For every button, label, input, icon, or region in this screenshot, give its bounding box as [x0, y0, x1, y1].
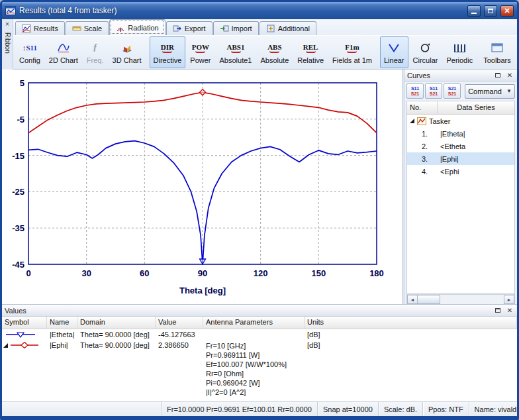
curves-tool-button-3[interactable]: S21 S21: [444, 83, 461, 99]
s-params-icon: ↕S11: [23, 44, 37, 52]
svg-text:90: 90: [198, 268, 207, 278]
values-row-etheta[interactable]: |Etheta| Theta= 90.0000 [deg] -45.127663…: [2, 329, 517, 340]
series-value: -45.127663: [156, 329, 203, 340]
column-header-symbol[interactable]: Symbol: [2, 317, 47, 329]
radiation-chart[interactable]: 03060901201501805-5-15-25-35-45Theta [de…: [2, 70, 402, 304]
svg-text:60: 60: [140, 268, 149, 278]
absolute-icon: ABS: [267, 43, 281, 51]
tab-label: Additional: [278, 25, 310, 32]
tab-import[interactable]: Import: [213, 21, 259, 35]
scrollbar-thumb[interactable]: [418, 295, 440, 304]
series-label: |Etheta|: [440, 130, 465, 138]
tab-scale[interactable]: Scale: [66, 21, 109, 35]
titlebar[interactable]: Results (total 4 from tasker) ✕: [2, 2, 517, 19]
red-arc-icon: [162, 51, 172, 53]
tab-label: Results: [34, 25, 58, 32]
ribbon-button-power[interactable]: POW Power: [186, 36, 214, 68]
close-button[interactable]: ✕: [500, 5, 514, 17]
tab-label: Export: [185, 25, 206, 32]
values-row-ephi[interactable]: |Ephi| Theta= 90.0000 [deg] 2.386650 Fr=…: [2, 340, 517, 398]
s21-icon: S21: [448, 86, 456, 91]
etheta-line-symbol: [3, 331, 38, 339]
series-row-ephi-phase[interactable]: 4. <Ephi: [407, 165, 514, 178]
ribbon-button-fields-at-1m[interactable]: F1m Fields at 1m: [328, 36, 376, 68]
svg-text:0: 0: [26, 268, 30, 278]
values-panel: Values ✕ Symbol Name Domain Value Antenn…: [2, 304, 517, 401]
ribbon-button-2d-chart[interactable]: 2D Chart: [45, 36, 82, 68]
ribbon-button-config[interactable]: ↕S11 Config: [15, 36, 44, 68]
horizontal-scrollbar[interactable]: ◄ ►: [406, 294, 515, 304]
import-icon: [220, 24, 229, 33]
ribbon-button-periodic[interactable]: Periodic: [442, 36, 477, 68]
ribbon-toolbar: ↕S11 Config 2D Chart ƒ Freq. 3D Chart: [13, 35, 517, 70]
restore-button[interactable]: [484, 5, 497, 17]
data-series-table: No. Data Series Tasker 1. |Etheta| 2. <E…: [406, 101, 515, 294]
status-message: [2, 402, 161, 416]
curves-tool-button-2[interactable]: S11 S21: [425, 83, 442, 99]
expand-indicator-icon[interactable]: [410, 119, 414, 123]
tree-item-tasker[interactable]: Tasker: [407, 115, 514, 127]
series-row-ephi-mag[interactable]: 3. |Ephi|: [407, 152, 514, 165]
column-header-no[interactable]: No.: [407, 101, 438, 114]
series-row-etheta-mag[interactable]: 1. |Etheta|: [407, 127, 514, 140]
app-icon: [5, 6, 16, 15]
float-panel-button[interactable]: [493, 71, 502, 79]
status-name: Name: vivaldi: [469, 402, 519, 416]
ribbon-button-linear[interactable]: Linear: [380, 36, 408, 68]
command-dropdown[interactable]: Command ▼: [465, 84, 515, 99]
status-ppos: Ppos: NTF: [422, 402, 469, 416]
chart-container: 03060901201501805-5-15-25-35-45Theta [de…: [2, 70, 402, 304]
float-panel-button[interactable]: [493, 306, 502, 315]
svg-text:-45: -45: [12, 260, 24, 270]
ribbon-button-label: Config: [19, 56, 40, 64]
series-name: |Etheta|: [47, 329, 77, 340]
red-arc-icon: [231, 51, 241, 53]
table-empty-area: [407, 178, 514, 293]
curves-panel-header: Curves ✕: [404, 70, 517, 81]
ribbon-button-directive[interactable]: DIR Directive: [150, 36, 186, 68]
command-label: Command: [468, 87, 502, 95]
ribbon-button-label: Absolute1: [220, 56, 252, 64]
values-table-header: Symbol Name Domain Value Antenna Paramet…: [2, 317, 517, 329]
ribbon-dock-label: Ribbon: [4, 32, 11, 54]
series-row-etheta-phase[interactable]: 2. <Etheta: [407, 140, 514, 152]
float-icon: [495, 73, 500, 78]
ribbon-button-label: Fields at 1m: [332, 56, 372, 64]
ribbon-button-toolbars[interactable]: Toolbars: [479, 36, 515, 68]
tab-radiation[interactable]: Radiation: [109, 19, 165, 35]
ribbon-button-3d-chart[interactable]: 3D Chart: [109, 36, 146, 68]
antenna-parameters: [203, 329, 305, 332]
minimize-button[interactable]: [467, 5, 481, 17]
column-header-value[interactable]: Value: [156, 317, 203, 329]
ribbon-button-freq[interactable]: ƒ Freq.: [83, 36, 108, 68]
expand-indicator-icon[interactable]: [3, 343, 8, 348]
ribbon-button-circular[interactable]: Circular: [409, 36, 442, 68]
ribbon-button-relative[interactable]: REL Relative: [293, 36, 328, 68]
tab-label: Import: [232, 25, 252, 32]
tab-export[interactable]: Export: [166, 21, 212, 35]
ribbon-button-label: Power: [190, 56, 211, 64]
tab-results[interactable]: Results: [15, 21, 65, 35]
relative-icon: REL: [303, 43, 318, 51]
column-header-name[interactable]: Name: [47, 317, 77, 329]
ribbon-close-icon[interactable]: ×: [5, 21, 9, 28]
scroll-right-button[interactable]: ►: [504, 295, 514, 304]
tab-additional[interactable]: Additional: [260, 21, 316, 35]
ribbon-button-absolute[interactable]: ABS Absolute: [256, 36, 293, 68]
close-panel-button[interactable]: ✕: [505, 71, 514, 79]
column-header-antenna-parameters[interactable]: Antenna Parameters: [203, 317, 305, 329]
close-panel-button[interactable]: ✕: [505, 306, 514, 315]
chevron-down-icon: ▼: [506, 88, 512, 94]
series-label: <Ephi: [440, 168, 459, 176]
column-header-domain[interactable]: Domain: [77, 317, 156, 329]
series-number: 3.: [422, 155, 438, 163]
scroll-left-button[interactable]: ◄: [407, 295, 418, 304]
scrollbar-track[interactable]: [440, 295, 504, 304]
svg-text:150: 150: [311, 268, 326, 278]
column-header-data-series[interactable]: Data Series: [438, 101, 514, 114]
curves-tool-button-1[interactable]: S11 S21: [406, 83, 424, 99]
values-panel-header: Values ✕: [2, 305, 517, 317]
toolbars-icon: [491, 42, 504, 53]
ribbon-button-absolute1[interactable]: ABS1 Absolute1: [216, 36, 256, 68]
column-header-units[interactable]: Units: [305, 317, 517, 329]
